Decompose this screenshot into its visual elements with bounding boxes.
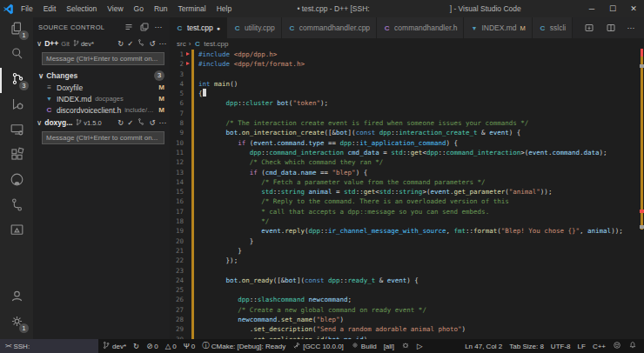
- line-number[interactable]: 11: [170, 148, 184, 157]
- search-icon[interactable]: [9, 45, 25, 65]
- tab-INDEX.md[interactable]: ▼INDEX.mdM: [464, 17, 532, 38]
- code-line[interactable]: 19 event.reply(dpp::ir_channel_message_w…: [170, 226, 644, 236]
- code-line[interactable]: 24 bot.on_ready([&bot](const dpp::ready_…: [170, 276, 644, 285]
- code-text[interactable]: bot.on_interaction_create([&bot](const d…: [198, 128, 520, 137]
- changed-file-row[interactable]: ≡DoxyfileM: [33, 82, 170, 93]
- status-bell[interactable]: [625, 341, 641, 351]
- graph-icon[interactable]: [9, 196, 25, 216]
- code-line[interactable]: 8 /* The interaction create event is fir…: [170, 118, 644, 128]
- code-line[interactable]: 11 dpp::command_interaction cmd_data = s…: [170, 148, 644, 157]
- code-line[interactable]: 7: [170, 109, 644, 118]
- status-play[interactable]: ▷: [413, 342, 426, 350]
- status-tab-size-8[interactable]: Tab Size: 8: [506, 343, 547, 350]
- code-text[interactable]: #include <dpp/dpp.h>: [198, 50, 277, 59]
- code-line[interactable]: 27 /* Create a new global command on rea…: [170, 305, 644, 315]
- menu-go[interactable]: Go: [129, 4, 149, 13]
- code-text[interactable]: /* Create a new global command on ready …: [198, 305, 426, 315]
- line-number[interactable]: 6: [170, 98, 184, 108]
- code-text[interactable]: if (event.command.type == dpp::it_applic…: [198, 138, 458, 148]
- glyph-margin[interactable]: [184, 305, 191, 315]
- status-0[interactable]: △0: [162, 342, 180, 350]
- code-text[interactable]: /* Reply to the command. There is an ove…: [198, 196, 509, 206]
- code-line[interactable]: 15 std::string animal = std::get<std::st…: [170, 187, 644, 196]
- line-number[interactable]: 12: [170, 157, 184, 167]
- menu-edit[interactable]: Edit: [38, 4, 62, 13]
- bell-icon[interactable]: [628, 341, 637, 351]
- line-number[interactable]: 16: [170, 196, 184, 206]
- code-text[interactable]: dpp::command_interaction cmd_data = std:…: [198, 148, 607, 157]
- line-number[interactable]: 5: [170, 89, 184, 98]
- account-icon[interactable]: [9, 288, 25, 308]
- more-icon[interactable]: ⋯: [159, 39, 167, 48]
- status-feedback[interactable]: [609, 341, 625, 351]
- code-line[interactable]: 30 .set_application_id(bot.me.id): [170, 335, 644, 339]
- glyph-margin[interactable]: [184, 236, 191, 246]
- glyph-margin[interactable]: [184, 187, 191, 196]
- split-editor-icon[interactable]: [603, 23, 619, 33]
- code-line[interactable]: 5{: [170, 89, 644, 98]
- line-number[interactable]: 3: [170, 70, 184, 79]
- repo-branch[interactable]: v1.5.0: [75, 118, 101, 128]
- code-line[interactable]: 2#include <dpp/fmt/format.h>: [170, 59, 644, 69]
- code-line[interactable]: 4int main(): [170, 79, 644, 89]
- branch-icon[interactable]: [75, 118, 83, 128]
- status-0[interactable]: Ψ0: [180, 342, 199, 350]
- glyph-margin[interactable]: [184, 196, 191, 206]
- tab-commandhandler.h[interactable]: Ccommandhandler.h: [377, 17, 464, 38]
- menu-help[interactable]: Help: [211, 4, 237, 13]
- activity-explorer[interactable]: 1: [0, 17, 33, 43]
- code-line[interactable]: 17 * call that accepts a dpp::message so…: [170, 207, 644, 216]
- glyph-margin[interactable]: [184, 98, 191, 108]
- line-number[interactable]: 20: [170, 236, 184, 246]
- code-text[interactable]: /* Fetch a parameter value from the comm…: [198, 177, 486, 187]
- line-number[interactable]: 22: [170, 256, 184, 265]
- glyph-margin[interactable]: [184, 246, 191, 256]
- refresh-icon[interactable]: ↺: [149, 118, 155, 127]
- preview-icon[interactable]: [9, 222, 25, 242]
- line-number[interactable]: 19: [170, 226, 184, 236]
- more-icon[interactable]: ⋯: [159, 118, 167, 127]
- glyph-margin[interactable]: [184, 335, 191, 339]
- status-c++[interactable]: C++: [589, 343, 609, 350]
- status-bug[interactable]: [398, 341, 413, 351]
- sync-icon[interactable]: ↻: [133, 342, 139, 350]
- code-text[interactable]: dpp::slashcommand newcommand;: [198, 295, 352, 304]
- tab-utility.cpp[interactable]: Cutility.cpp: [227, 17, 282, 38]
- line-number[interactable]: 28: [170, 315, 184, 324]
- code-text[interactable]: dpp::cluster bot("token");: [198, 98, 328, 108]
- code-line[interactable]: 22 });: [170, 256, 644, 265]
- breadcrumb-folder[interactable]: src: [177, 40, 186, 48]
- line-number[interactable]: 27: [170, 305, 184, 315]
- status-build[interactable]: Build: [347, 341, 380, 351]
- code-line[interactable]: 6 dpp::cluster bot("token");: [170, 98, 644, 108]
- commit-message-input[interactable]: [42, 52, 164, 65]
- glyph-margin[interactable]: [184, 256, 191, 265]
- glyph-margin[interactable]: [184, 109, 191, 118]
- glyph-margin[interactable]: [184, 315, 191, 324]
- sync-icon[interactable]: ↻: [117, 39, 124, 48]
- glyph-margin[interactable]: [184, 128, 191, 137]
- glyph-margin[interactable]: [184, 226, 191, 236]
- code-text[interactable]: int main(): [198, 79, 238, 89]
- line-number[interactable]: 29: [170, 324, 184, 334]
- menu-view[interactable]: View: [102, 4, 128, 13]
- code-line[interactable]: 20 }: [170, 236, 644, 246]
- activity-run-debug[interactable]: [0, 93, 33, 118]
- open-changes-icon[interactable]: [581, 23, 597, 33]
- code-line[interactable]: 28 newcommand.set_name("blep"): [170, 315, 644, 324]
- tab-commandhandler.cpp[interactable]: Ccommandhandler.cpp: [282, 17, 377, 38]
- github-icon[interactable]: [9, 171, 25, 191]
- code-line[interactable]: 13 if (cmd_data.name == "blep") {: [170, 168, 644, 177]
- glyph-margin[interactable]: [184, 157, 191, 167]
- code-line[interactable]: 14 /* Fetch a parameter value from the c…: [170, 177, 644, 187]
- line-number[interactable]: 23: [170, 266, 184, 276]
- status-ln-47-col-2[interactable]: Ln 47, Col 2: [461, 343, 506, 350]
- graph-icon[interactable]: [137, 117, 145, 128]
- glyph-margin[interactable]: [184, 148, 191, 157]
- code-text[interactable]: * call that accepts a dpp::message so yo…: [198, 207, 489, 216]
- menu-selection[interactable]: Selection: [61, 4, 102, 13]
- check-icon[interactable]: ✓: [127, 118, 133, 127]
- error-glyph-icon[interactable]: [184, 50, 191, 59]
- glyph-margin[interactable]: [184, 216, 191, 226]
- line-number[interactable]: 1: [170, 50, 184, 59]
